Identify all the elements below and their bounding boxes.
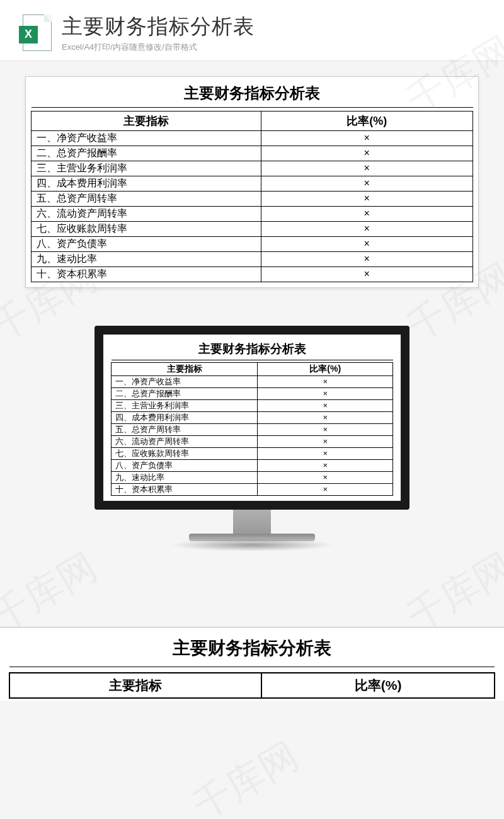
table-title: 主要财务指标分析表 <box>9 633 495 667</box>
indicator-value: × <box>258 483 393 495</box>
col-header-ratio: 比率(%) <box>261 111 472 130</box>
page-title: 主要财务指标分析表 <box>62 14 485 39</box>
table-row: 一、净资产收益率× <box>112 375 393 387</box>
page-subtitle: Excel/A4打印/内容随意修改/自带格式 <box>62 42 485 53</box>
monitor-screen: 主要财务指标分析表 主要指标 比率(%) 一、净资产收益率×二、总资产报酬率×三… <box>94 326 410 510</box>
col-header-ratio: 比率(%) <box>261 673 495 698</box>
excel-file-icon: X <box>19 14 53 52</box>
indicator-value: × <box>258 387 393 399</box>
table-body-small: 一、净资产收益率×二、总资产报酬率×三、主营业务利润率×四、成本费用利润率×五、… <box>112 375 393 495</box>
indicator-label: 九、速动比率 <box>112 471 258 483</box>
indicator-value: × <box>258 471 393 483</box>
indicator-value: × <box>261 251 472 266</box>
indicator-label: 八、资产负债率 <box>32 236 261 251</box>
indicator-value: × <box>261 146 472 161</box>
indicator-label: 九、速动比率 <box>32 251 261 266</box>
excel-x-letter: X <box>19 26 38 43</box>
table-preview-card: 主要财务指标分析表 主要指标 比率(%) 一、净资产收益率×二、总资产报酬率×三… <box>25 76 479 288</box>
indicator-label: 十、资本积累率 <box>32 266 261 282</box>
table-row: 十、资本积累率× <box>32 266 473 282</box>
indicator-label: 七、应收账款周转率 <box>32 221 261 236</box>
watermark: 千库网 <box>184 731 307 819</box>
indicator-label: 三、主营业务利润率 <box>112 399 258 411</box>
table-row: 五、总资产周转率× <box>32 191 473 206</box>
indicator-label: 六、流动资产周转率 <box>32 206 261 221</box>
col-header-indicator: 主要指标 <box>9 673 261 698</box>
indicator-label: 八、资产负债率 <box>112 459 258 471</box>
indicator-label: 四、成本费用利润率 <box>32 176 261 191</box>
indicator-label: 二、总资产报酬率 <box>112 387 258 399</box>
indicator-label: 五、总资产周转率 <box>32 191 261 206</box>
table-row: 三、主营业务利润率× <box>112 399 393 411</box>
table-title: 主要财务指标分析表 <box>32 81 473 108</box>
indicator-value: × <box>258 447 393 459</box>
indicator-value: × <box>261 266 472 282</box>
indicator-value: × <box>258 459 393 471</box>
table-title: 主要财务指标分析表 <box>112 340 393 360</box>
table-row: 六、流动资产周转率× <box>32 206 473 221</box>
indicator-label: 一、净资产收益率 <box>32 130 261 146</box>
indicator-value: × <box>261 206 472 221</box>
table-row: 二、总资产报酬率× <box>32 146 473 161</box>
indicator-value: × <box>261 130 472 146</box>
indicator-table: 主要财务指标分析表 主要指标 比率(%) 一、净资产收益率×二、总资产报酬率×三… <box>31 81 473 282</box>
indicator-table-large: 主要财务指标分析表 主要指标 比率(%) <box>9 633 495 701</box>
indicator-label: 四、成本费用利润率 <box>112 411 258 423</box>
table-row: 一、净资产收益率× <box>32 130 473 146</box>
table-row: 九、速动比率× <box>32 251 473 266</box>
indicator-value: × <box>261 221 472 236</box>
table-row: 五、总资产周转率× <box>112 423 393 435</box>
table-row: 九、速动比率× <box>112 471 393 483</box>
indicator-label: 十、资本积累率 <box>112 483 258 495</box>
table-row: 四、成本费用利润率× <box>32 176 473 191</box>
page-header: X 主要财务指标分析表 Excel/A4打印/内容随意修改/自带格式 <box>0 0 504 61</box>
indicator-table-small: 主要财务指标分析表 主要指标 比率(%) 一、净资产收益率×二、总资产报酬率×三… <box>111 340 393 496</box>
col-header-indicator: 主要指标 <box>112 362 258 375</box>
table-row: 八、资产负债率× <box>112 459 393 471</box>
table-row: 六、流动资产周转率× <box>112 435 393 447</box>
indicator-label: 五、总资产周转率 <box>112 423 258 435</box>
table-body-main: 一、净资产收益率×二、总资产报酬率×三、主营业务利润率×四、成本费用利润率×五、… <box>32 130 473 282</box>
indicator-label: 二、总资产报酬率 <box>32 146 261 161</box>
table-row: 八、资产负债率× <box>32 236 473 251</box>
monitor-preview: 主要财务指标分析表 主要指标 比率(%) 一、净资产收益率×二、总资产报酬率×三… <box>25 326 479 551</box>
indicator-value: × <box>258 435 393 447</box>
indicator-value: × <box>258 375 393 387</box>
indicator-value: × <box>258 399 393 411</box>
col-header-ratio: 比率(%) <box>258 362 393 375</box>
indicator-label: 三、主营业务利润率 <box>32 161 261 176</box>
table-row: 四、成本费用利润率× <box>112 411 393 423</box>
indicator-value: × <box>261 176 472 191</box>
table-row: 二、总资产报酬率× <box>112 387 393 399</box>
indicator-label: 六、流动资产周转率 <box>112 435 258 447</box>
indicator-label: 一、净资产收益率 <box>112 375 258 387</box>
indicator-value: × <box>258 411 393 423</box>
table-row: 三、主营业务利润率× <box>32 161 473 176</box>
indicator-value: × <box>261 191 472 206</box>
indicator-value: × <box>258 423 393 435</box>
indicator-value: × <box>261 236 472 251</box>
bottom-cropped-table: 主要财务指标分析表 主要指标 比率(%) <box>0 627 504 701</box>
table-row: 十、资本积累率× <box>112 483 393 495</box>
indicator-value: × <box>261 161 472 176</box>
table-row: 七、应收账款周转率× <box>112 447 393 459</box>
table-row: 七、应收账款周转率× <box>32 221 473 236</box>
indicator-label: 七、应收账款周转率 <box>112 447 258 459</box>
col-header-indicator: 主要指标 <box>32 111 261 130</box>
